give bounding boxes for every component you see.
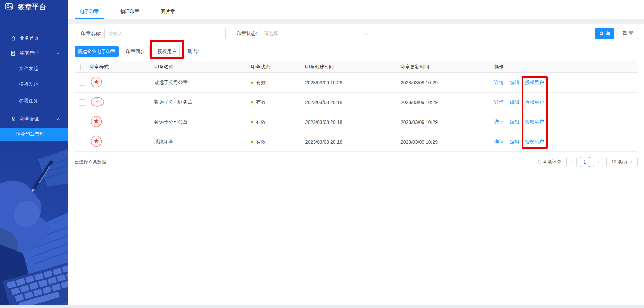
- sidebar-item-seal-management[interactable]: 印章管理: [0, 113, 68, 125]
- updated-time: 2023/03/09 10:29: [400, 73, 494, 93]
- sidebar-item-file-initiate[interactable]: 文件发起: [0, 63, 68, 75]
- tab-label: 物理印章: [120, 9, 139, 15]
- filter-row: 印章名称: 印章状态: 请选择 查 询 重 置: [68, 28, 644, 39]
- tab-label: 图片章: [161, 9, 175, 15]
- tab-physical-seal[interactable]: 物理印章: [115, 4, 144, 19]
- authorize-user-link[interactable]: 授权用户: [525, 119, 544, 125]
- status-badge: 有效: [251, 99, 305, 106]
- table-row: 致远子公司公章1 有效 2023/03/09 10:29 2023/03/09 …: [75, 73, 638, 93]
- edit-link[interactable]: 编辑: [510, 99, 519, 105]
- seal-status-select[interactable]: 请选择: [260, 28, 372, 39]
- seal-image: [90, 75, 103, 90]
- page-size-value: 10 条/页: [611, 159, 628, 165]
- status-dot-icon: [251, 101, 253, 103]
- prev-page-button[interactable]: [566, 157, 577, 167]
- sidebar: 签章平台 业务首页 签署管理 文件发起 模板发起 签署任务: [0, 0, 68, 308]
- seal-status-label: 印章状态:: [237, 31, 257, 37]
- bottom-scroll-strip: [0, 305, 644, 308]
- detail-link[interactable]: 详情: [494, 139, 504, 144]
- seal-sync-button[interactable]: 印章同步: [122, 46, 150, 57]
- sidebar-item-label: 文件发起: [19, 66, 38, 72]
- seal-image: [90, 115, 103, 129]
- row-checkbox[interactable]: [79, 139, 85, 145]
- chevron-down-icon: [629, 160, 632, 164]
- sidebar-item-label: 签署任务: [19, 98, 38, 104]
- sidebar-item-business-home[interactable]: 业务首页: [0, 32, 68, 45]
- selected-count-text: 已选择 0 条数据: [75, 159, 106, 165]
- seal-name-input[interactable]: [104, 28, 226, 39]
- edit-link[interactable]: 编辑: [510, 80, 519, 85]
- column-seal-status: 印章状态: [251, 61, 305, 73]
- status-dot-icon: [251, 121, 253, 123]
- row-checkbox[interactable]: [79, 99, 85, 106]
- created-time: 2023/03/08 20:18: [305, 132, 400, 152]
- select-placeholder: 请选择: [264, 31, 278, 37]
- chevron-down-icon: [364, 32, 368, 36]
- next-page-button[interactable]: [593, 157, 603, 167]
- updated-time: 2023/03/09 10:29: [400, 93, 494, 112]
- sign-document-icon: [10, 50, 16, 56]
- column-seal-name: 印章名称: [154, 61, 251, 73]
- edit-link[interactable]: 编辑: [510, 119, 519, 125]
- row-checkbox[interactable]: [79, 119, 85, 125]
- tab-picture-seal[interactable]: 图片章: [156, 4, 180, 19]
- delete-button[interactable]: 删 除: [184, 46, 202, 57]
- sidebar-item-template-initiate[interactable]: 模板发起: [0, 78, 68, 91]
- reset-button[interactable]: 重 置: [618, 28, 638, 39]
- status-badge: 有效: [251, 80, 305, 86]
- seal-platform-page: 签章平台 业务首页 签署管理 文件发起 模板发起 签署任务: [0, 0, 644, 308]
- total-records-text: 共 4 条记录: [537, 159, 562, 165]
- chevron-up-icon: [56, 117, 61, 121]
- sidebar-item-label: 企业印章管理: [16, 131, 44, 137]
- tab-label: 电子印章: [80, 9, 99, 15]
- seal-name: 致远子公司公章1: [154, 73, 251, 93]
- row-checkbox[interactable]: [79, 80, 85, 86]
- app-logo: 签章平台: [0, 0, 68, 14]
- column-updated-time: 印章更新时间: [400, 61, 494, 73]
- sidebar-photo-hand-writing: [0, 143, 68, 305]
- authorize-user-link[interactable]: 授权用户: [525, 80, 544, 85]
- chevron-right-icon: [596, 160, 600, 164]
- seal-name: 致远子公司公章: [154, 112, 251, 132]
- column-operations: 操作: [494, 61, 638, 73]
- column-seal-style: 印章样式: [90, 61, 154, 73]
- section-divider: [68, 19, 644, 24]
- chevron-left-icon: [569, 160, 574, 164]
- table-row: 致远子公司财务章 有效 2023/03/08 20:18 2023/03/09 …: [75, 93, 638, 112]
- home-icon: [10, 35, 16, 42]
- status-badge: 有效: [251, 139, 305, 145]
- authorize-user-link[interactable]: 授权用户: [525, 139, 544, 144]
- created-time: 2023/03/09 10:29: [305, 73, 400, 93]
- stamp-icon: [10, 116, 16, 122]
- tab-electronic-seal[interactable]: 电子印章: [75, 4, 104, 19]
- search-button[interactable]: 查 询: [595, 28, 614, 39]
- page-size-select[interactable]: 10 条/页: [606, 157, 638, 167]
- select-all-checkbox[interactable]: [75, 64, 81, 70]
- seal-name: 系统印章: [154, 132, 251, 152]
- status-dot-icon: [251, 82, 253, 84]
- edit-link[interactable]: 编辑: [510, 139, 519, 144]
- status-dot-icon: [251, 141, 253, 143]
- detail-link[interactable]: 详情: [494, 119, 504, 125]
- toolbar-row: 新建企业电子印章 印章同步 授权用户 删 除: [68, 46, 644, 57]
- sidebar-item-sign-management[interactable]: 签署管理: [0, 47, 68, 60]
- table-footer: 已选择 0 条数据 共 4 条记录 1 10 条/页: [75, 157, 638, 167]
- created-time: 2023/03/08 20:18: [305, 112, 400, 132]
- updated-time: 2023/03/09 10:29: [400, 112, 494, 132]
- sidebar-item-label: 印章管理: [20, 116, 39, 122]
- detail-link[interactable]: 详情: [494, 99, 504, 105]
- page-number-button[interactable]: 1: [580, 157, 590, 167]
- authorize-user-button[interactable]: 授权用户: [154, 46, 180, 57]
- sidebar-item-enterprise-seal-management[interactable]: 企业印章管理: [0, 128, 68, 141]
- detail-link[interactable]: 详情: [494, 80, 504, 85]
- table-row: 致远子公司公章 有效 2023/03/08 20:18 2023/03/09 1…: [75, 112, 638, 132]
- create-electronic-seal-button[interactable]: 新建企业电子印章: [75, 46, 119, 57]
- top-gap: [68, 0, 644, 4]
- table-row: 系统印章 有效 2023/03/08 20:18 2023/03/09 10:2…: [75, 132, 638, 152]
- authorize-user-link[interactable]: 授权用户: [525, 99, 544, 105]
- seal-name-label: 印章名称:: [81, 31, 101, 37]
- sidebar-item-sign-tasks[interactable]: 签署任务: [0, 95, 68, 107]
- sidebar-item-label: 模板发起: [19, 81, 38, 87]
- column-created-time: 印章创建时间: [305, 61, 400, 73]
- chevron-up-icon: [56, 51, 61, 56]
